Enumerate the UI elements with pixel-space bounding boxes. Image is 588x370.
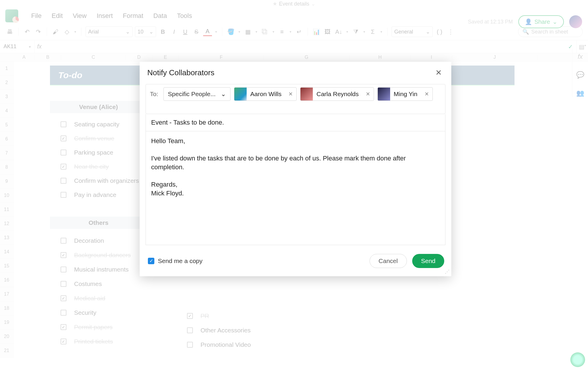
row-header[interactable]: 1 xyxy=(0,61,13,76)
row-header[interactable]: 12 xyxy=(0,217,13,231)
menu-insert[interactable]: Insert xyxy=(97,12,113,20)
column-header[interactable]: B xyxy=(35,55,61,60)
app-logo[interactable] xyxy=(5,9,18,22)
checkbox[interactable] xyxy=(61,281,66,287)
checkbox[interactable] xyxy=(61,178,66,184)
align-caret[interactable]: ▾ xyxy=(289,27,292,36)
font-size-select[interactable]: 10⌄ xyxy=(135,26,156,37)
format-painter-icon[interactable]: 🖌 xyxy=(51,27,60,36)
font-family-select[interactable]: Arial⌄ xyxy=(86,26,133,37)
favorite-star-icon[interactable]: ★ xyxy=(273,1,277,7)
row-header[interactable]: 11 xyxy=(0,202,13,217)
checkbox[interactable] xyxy=(61,310,66,316)
redo-icon[interactable]: ↷ xyxy=(34,27,43,36)
column-header[interactable]: H xyxy=(349,55,411,60)
checkbox[interactable] xyxy=(61,324,66,330)
row-header[interactable]: 21 xyxy=(0,344,13,358)
checkbox[interactable] xyxy=(61,192,66,198)
send-copy-checkbox[interactable]: ✓ xyxy=(148,258,154,264)
image-icon[interactable]: 🖼 xyxy=(323,27,332,36)
column-header[interactable]: A xyxy=(14,55,35,60)
column-header[interactable]: C xyxy=(61,55,126,60)
menu-edit[interactable]: Edit xyxy=(51,12,63,20)
bold-icon[interactable]: B xyxy=(158,27,167,36)
borders-icon[interactable]: ▦ xyxy=(243,27,252,36)
menu-data[interactable]: Data xyxy=(153,12,167,20)
recipient-scope-dropdown[interactable]: Specific People... ⌄ xyxy=(163,87,230,101)
row-header[interactable]: 6 xyxy=(0,132,13,146)
remove-recipient-icon[interactable]: ✕ xyxy=(285,91,296,97)
title-dropdown-caret[interactable]: ⌄ xyxy=(311,1,315,7)
share-button[interactable]: 👤 Share ⌄ xyxy=(518,15,564,28)
strike-icon[interactable]: S xyxy=(192,27,201,36)
row-header[interactable]: 14 xyxy=(0,245,13,259)
row-header[interactable]: 7 xyxy=(0,146,13,160)
row-header[interactable]: 4 xyxy=(0,104,13,118)
parentheses-icon[interactable]: ( ) xyxy=(435,27,444,36)
wrap-icon[interactable]: ↵ xyxy=(295,27,303,36)
row-header[interactable]: 20 xyxy=(0,329,13,344)
close-icon[interactable]: ✕ xyxy=(434,68,444,78)
send-button[interactable]: Send xyxy=(412,254,444,268)
row-header[interactable]: 19 xyxy=(0,315,13,329)
row-header[interactable]: 5 xyxy=(0,118,13,132)
checkbox[interactable] xyxy=(61,339,66,344)
clear-caret[interactable]: ▾ xyxy=(74,27,77,36)
column-header[interactable]: F xyxy=(179,55,264,60)
comments-panel-icon[interactable]: 💬 xyxy=(576,71,584,79)
menu-tools[interactable]: Tools xyxy=(177,12,192,20)
row-header[interactable]: 3 xyxy=(0,90,13,104)
filter-icon[interactable]: ⧩ xyxy=(351,27,360,36)
undo-icon[interactable]: ↶ xyxy=(23,27,31,36)
checkbox[interactable] xyxy=(61,164,66,170)
row-header[interactable]: 9 xyxy=(0,174,13,188)
more-icon[interactable]: ⋮ xyxy=(446,27,455,36)
column-header[interactable]: J xyxy=(452,55,537,60)
merge-icon[interactable]: ⿻ xyxy=(260,27,269,36)
text-color-icon[interactable]: A xyxy=(203,27,212,36)
row-header[interactable]: 2 xyxy=(0,76,13,90)
checkbox[interactable] xyxy=(61,295,66,301)
fill-color-icon[interactable]: 🪣 xyxy=(226,27,235,36)
row-header[interactable]: 10 xyxy=(0,188,13,202)
filter-caret[interactable]: ▾ xyxy=(363,27,366,36)
column-header[interactable]: E xyxy=(152,55,179,60)
help-bulb-icon[interactable] xyxy=(570,352,585,367)
row-header[interactable]: 17 xyxy=(0,287,13,301)
row-header[interactable]: 13 xyxy=(0,231,13,245)
resize-handle-icon[interactable]: ⋰ xyxy=(445,269,450,274)
sigma-icon[interactable]: Σ xyxy=(368,27,377,36)
checkbox[interactable] xyxy=(61,267,66,272)
column-header[interactable]: D xyxy=(126,55,152,60)
profile-avatar[interactable] xyxy=(569,15,582,28)
merge-caret[interactable]: ▾ xyxy=(272,27,275,36)
checkbox[interactable] xyxy=(61,150,66,155)
cell-reference-box[interactable]: AK11▾ xyxy=(0,40,35,53)
checkbox[interactable] xyxy=(61,121,66,127)
subject-input[interactable]: Event - Tasks to be done. xyxy=(146,114,445,131)
column-header[interactable]: I xyxy=(411,55,452,60)
checkbox[interactable] xyxy=(187,313,193,319)
text-color-caret[interactable]: ▾ xyxy=(214,27,218,36)
checkbox[interactable] xyxy=(187,327,193,333)
align-icon[interactable]: ≡ xyxy=(278,27,286,36)
checkbox[interactable] xyxy=(61,238,66,244)
people-panel-icon[interactable]: 👥 xyxy=(576,89,584,97)
menu-file[interactable]: File xyxy=(31,12,41,20)
message-body-input[interactable]: Hello Team, I've listed down the tasks t… xyxy=(146,131,445,245)
document-title[interactable]: Event details xyxy=(279,1,309,7)
sigma-caret[interactable]: ▾ xyxy=(380,27,383,36)
checkbox[interactable] xyxy=(61,252,66,258)
border-caret[interactable]: ▾ xyxy=(255,27,258,36)
sort-icon[interactable]: A↓ xyxy=(334,27,343,36)
number-format-select[interactable]: General⌄ xyxy=(392,26,433,37)
recipients-field[interactable]: To: Specific People... ⌄ Aaron Wills ✕ C… xyxy=(146,84,445,114)
underline-icon[interactable]: U xyxy=(181,27,190,36)
column-header[interactable]: G xyxy=(264,55,349,60)
checkbox[interactable] xyxy=(61,135,66,141)
fill-caret[interactable]: ▾ xyxy=(238,27,241,36)
checkbox[interactable] xyxy=(187,342,193,348)
clear-format-icon[interactable]: ◇ xyxy=(62,27,71,36)
cancel-button[interactable]: Cancel xyxy=(370,254,407,268)
menu-format[interactable]: Format xyxy=(123,12,143,20)
